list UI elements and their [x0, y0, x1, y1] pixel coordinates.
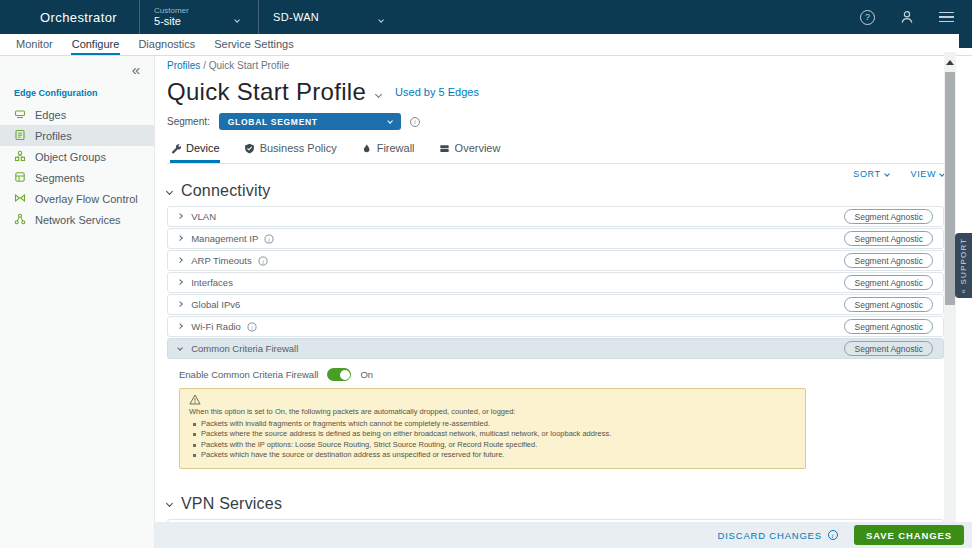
sidebar-item-overlay-flow-control[interactable]: Overlay Flow Control [0, 188, 154, 209]
title-dropdown-chevron-icon[interactable] [376, 83, 381, 101]
chevron-down-icon [387, 119, 393, 125]
section-title: VPN Services [181, 495, 282, 513]
segment-dropdown[interactable]: GLOBAL SEGMENT [219, 113, 401, 130]
user-icon[interactable] [899, 9, 915, 25]
segment-agnostic-badge: Segment Agnostic [844, 231, 933, 246]
config-row-global-ipv6[interactable]: Global IPv6 Segment Agnostic [167, 294, 944, 315]
sidebar: « Edge Configuration Edges Profiles Obje… [0, 56, 155, 548]
config-row-vlan[interactable]: VLAN Segment Agnostic [167, 206, 944, 227]
main-content: Profiles / Quick Start Profile Quick Sta… [155, 56, 972, 548]
app-header: Orchestrator Customer 5-site SD-WAN ? [0, 0, 972, 34]
tab-device[interactable]: Device [170, 142, 220, 163]
section-title: Connectivity [181, 182, 271, 200]
segment-value: GLOBAL SEGMENT [228, 117, 318, 127]
segment-info-icon[interactable]: i [410, 117, 420, 127]
right-rail-corner [959, 34, 972, 48]
discard-changes-button[interactable]: DISCARD CHANGES i [718, 530, 838, 541]
segment-agnostic-badge: Segment Agnostic [844, 341, 933, 356]
breadcrumb-profiles-link[interactable]: Profiles [167, 60, 200, 71]
support-label: SUPPORT [959, 238, 968, 285]
footer-action-bar: DISCARD CHANGES i SAVE CHANGES [155, 522, 972, 548]
sidebar-item-label: Network Services [35, 214, 121, 226]
sidebar-item-label: Edges [35, 109, 66, 121]
info-icon[interactable]: i [265, 234, 274, 243]
breadcrumb-separator: / [203, 60, 206, 71]
menu-icon[interactable] [939, 12, 954, 23]
tab-label: Firewall [377, 142, 415, 154]
sidebar-item-object-groups[interactable]: Object Groups [0, 146, 154, 167]
scroll-up-button[interactable] [944, 56, 956, 69]
config-row-arp-timeouts[interactable]: ARP Timeouts i Segment Agnostic [167, 250, 944, 271]
sidebar-item-label: Profiles [35, 130, 72, 142]
flame-icon [361, 143, 372, 154]
chevron-down-icon [177, 346, 183, 352]
overlay-flow-control-icon [14, 192, 26, 206]
tab-label: Business Policy [260, 142, 337, 154]
service-dropdown[interactable]: SD-WAN [259, 0, 397, 34]
save-changes-button[interactable]: SAVE CHANGES [854, 525, 964, 545]
segment-agnostic-badge: Segment Agnostic [844, 209, 933, 224]
page-title: Quick Start Profile [167, 78, 366, 106]
chevron-down-icon [379, 8, 383, 26]
row-label: ARP Timeouts [191, 255, 252, 266]
breadcrumb: Profiles / Quick Start Profile [167, 60, 944, 71]
config-row-wifi-radio[interactable]: Wi-Fi Radio i Segment Agnostic [167, 316, 944, 337]
segments-icon [14, 171, 26, 185]
chevron-right-icon [177, 324, 183, 330]
help-icon[interactable]: ? [860, 10, 875, 25]
ccf-toggle-label: Enable Common Criteria Firewall [179, 369, 318, 380]
warning-bullet: Packets where the source address is defi… [189, 429, 795, 440]
used-by-edges-link[interactable]: Used by 5 Edges [395, 86, 479, 98]
tab-label: Overview [455, 142, 501, 154]
chevron-down-icon [166, 187, 173, 194]
object-groups-icon [14, 150, 26, 164]
scrollbar-thumb[interactable] [945, 72, 955, 305]
sidebar-item-label: Overlay Flow Control [35, 193, 138, 205]
support-tab[interactable]: « SUPPORT [955, 233, 972, 298]
support-chevron-icon: « [959, 288, 968, 294]
tab-label: Device [186, 142, 220, 154]
view-dropdown[interactable]: VIEW [911, 169, 944, 179]
sidebar-item-label: Object Groups [35, 151, 106, 163]
chevron-right-icon [177, 258, 183, 264]
info-icon[interactable]: i [247, 322, 256, 331]
warning-bullet: Packets with the IP options: Loose Sourc… [189, 440, 795, 451]
nav-tab-monitor[interactable]: Monitor [15, 34, 54, 55]
breadcrumb-current: Quick Start Profile [209, 60, 290, 71]
sidebar-item-profiles[interactable]: Profiles [0, 125, 154, 146]
sidebar-item-label: Segments [35, 172, 85, 184]
wrench-icon [170, 143, 181, 154]
row-label: Global IPv6 [191, 299, 240, 310]
config-row-management-ip[interactable]: Management IP i Segment Agnostic [167, 228, 944, 249]
warning-icon [189, 394, 201, 405]
primary-nav: Monitor Configure Diagnostics Service Se… [0, 34, 972, 56]
warning-bullet: Packets which have the source or destina… [189, 450, 795, 461]
ccf-toggle[interactable] [327, 368, 351, 381]
common-criteria-firewall-panel: Enable Common Criteria Firewall On When … [167, 360, 944, 478]
tab-business-policy[interactable]: Business Policy [244, 142, 337, 163]
stack-icon [439, 143, 450, 154]
section-connectivity-header[interactable]: Connectivity [167, 182, 944, 200]
discard-info-icon[interactable]: i [828, 530, 838, 540]
customer-value: 5-site [154, 15, 189, 28]
nav-tab-service-settings[interactable]: Service Settings [213, 34, 294, 55]
row-label: Common Criteria Firewall [191, 343, 298, 354]
nav-tab-configure[interactable]: Configure [71, 34, 121, 55]
sidebar-item-segments[interactable]: Segments [0, 167, 154, 188]
shield-check-icon [244, 143, 255, 154]
sidebar-collapse-icon[interactable]: « [132, 61, 140, 78]
info-icon[interactable]: i [258, 256, 267, 265]
edges-icon [14, 108, 26, 122]
tab-overview[interactable]: Overview [439, 142, 501, 163]
nav-tab-diagnostics[interactable]: Diagnostics [137, 34, 196, 55]
tab-firewall[interactable]: Firewall [361, 142, 415, 163]
sort-dropdown[interactable]: SORT [853, 169, 888, 179]
config-row-common-criteria-firewall[interactable]: Common Criteria Firewall Segment Agnosti… [167, 338, 944, 359]
customer-dropdown[interactable]: Customer 5-site [140, 0, 258, 34]
sidebar-item-network-services[interactable]: Network Services [0, 209, 154, 230]
chevron-right-icon [177, 302, 183, 308]
section-vpn-services-header[interactable]: VPN Services [167, 495, 944, 513]
sidebar-item-edges[interactable]: Edges [0, 104, 154, 125]
config-row-interfaces[interactable]: Interfaces Segment Agnostic [167, 272, 944, 293]
row-label: Wi-Fi Radio [191, 321, 241, 332]
